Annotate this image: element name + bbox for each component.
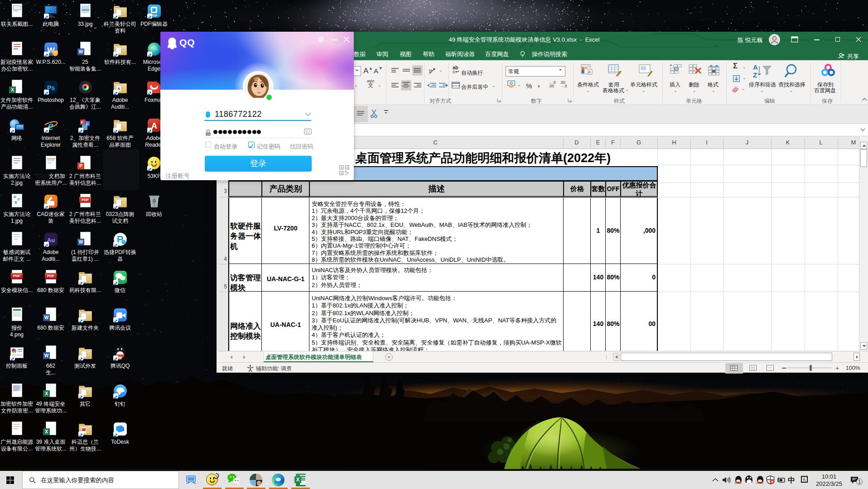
svg-text:A: A: [753, 63, 758, 71]
svg-text:≠: ≠: [588, 70, 591, 74]
svg-text:Z: Z: [753, 71, 757, 79]
